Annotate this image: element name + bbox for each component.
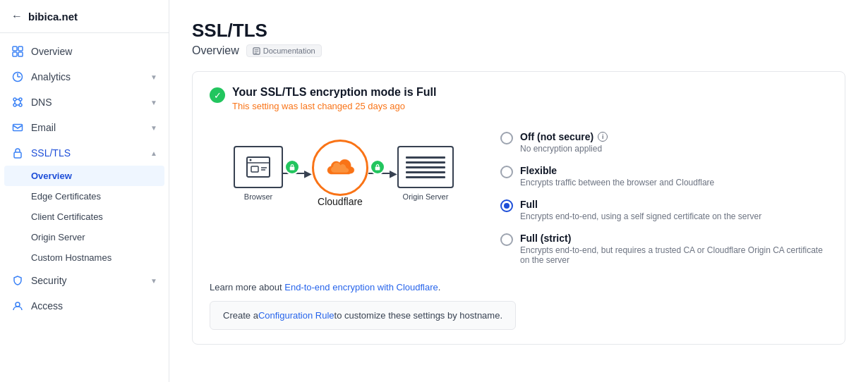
sidebar-item-dns[interactable]: DNS ▼ — [0, 90, 169, 115]
sidebar-sub-item-origin-server[interactable]: Origin Server — [0, 227, 169, 247]
sidebar-item-label-overview: Overview — [31, 46, 157, 57]
option-flexible-desc: Encrypts traffic between the browser and… — [520, 178, 714, 187]
option-full[interactable]: Full Encrypts end-to-end, using a self s… — [500, 199, 828, 221]
sidebar: ← bibica.net Overview Analytics ▼ DNS ▼ — [0, 0, 169, 382]
config-rule-box: Create a Configuration Rule to customize… — [210, 301, 516, 330]
site-name: bibica.net — [28, 11, 78, 23]
diagram-connector-1: ▶ — [283, 168, 312, 179]
sidebar-sub-label-overview: Overview — [31, 171, 72, 181]
svg-rect-26 — [290, 167, 295, 171]
content-area: Browser ▶ — [210, 125, 828, 265]
server-label: Origin Server — [403, 192, 449, 201]
server-line — [406, 171, 445, 173]
arrow-1: ▶ — [304, 168, 312, 179]
arrow-2: ▶ — [390, 168, 397, 179]
option-flexible-title: Flexible — [520, 165, 714, 176]
option-off[interactable]: Off (not secure) i No encryption applied — [500, 131, 828, 154]
server-lines — [400, 151, 451, 184]
option-full-strict-text: Full (strict) Encrypts end-to-end, but r… — [520, 233, 828, 265]
sidebar-sub-label-client: Client Certificates — [31, 211, 103, 222]
status-header: ✓ Your SSL/TLS encryption mode is Full T… — [210, 86, 828, 111]
page-subtitle-text: Overview — [192, 44, 239, 57]
option-full-desc: Encrypts end-to-end, using a self signed… — [520, 211, 761, 221]
content-wrapper: SSL/TLS Overview Documentation ✓ Your SS… — [169, 0, 868, 382]
sidebar-item-label-email: Email — [31, 122, 143, 133]
sidebar-sub-label-origin: Origin Server — [31, 232, 85, 242]
main-content: SSL/TLS Overview Documentation ✓ Your SS… — [169, 0, 868, 382]
sidebar-item-access[interactable]: Access — [0, 293, 169, 319]
option-off-title: Off (not secure) i — [520, 131, 608, 142]
status-title: Your SSL/TLS encryption mode is Full — [232, 86, 437, 99]
status-subtitle: This setting was last changed 25 days ag… — [232, 101, 437, 111]
diagram-area: Browser ▶ — [210, 125, 478, 221]
option-full-strict[interactable]: Full (strict) Encrypts end-to-end, but r… — [500, 233, 828, 265]
server-line — [406, 166, 445, 168]
grid-icon — [11, 45, 24, 58]
sidebar-sub-item-overview[interactable]: Overview — [4, 166, 164, 186]
svg-point-8 — [19, 104, 22, 106]
svg-rect-23 — [251, 166, 258, 172]
radio-full[interactable] — [500, 199, 513, 212]
svg-point-22 — [250, 159, 252, 161]
option-flexible[interactable]: Flexible Encrypts traffic between the br… — [500, 165, 828, 187]
lock-badge-2 — [370, 159, 385, 175]
sidebar-sub-item-custom-hostnames[interactable]: Custom Hostnames — [0, 247, 169, 268]
encryption-card: ✓ Your SSL/TLS encryption mode is Full T… — [192, 71, 845, 345]
shield-icon — [11, 274, 24, 287]
encryption-diagram: Browser ▶ — [234, 140, 454, 207]
config-rule-link[interactable]: Configuration Rule — [258, 310, 334, 321]
documentation-button[interactable]: Documentation — [246, 44, 322, 57]
cloudflare-label: Cloudflare — [318, 196, 363, 207]
svg-point-5 — [13, 98, 16, 101]
option-full-text: Full Encrypts end-to-end, using a self s… — [520, 199, 761, 221]
sidebar-item-label-ssl: SSL/TLS — [31, 147, 71, 159]
doc-button-label: Documentation — [263, 47, 315, 55]
svg-point-15 — [16, 302, 20, 307]
email-icon — [11, 121, 24, 134]
sidebar-item-overview[interactable]: Overview — [0, 39, 169, 64]
svg-rect-0 — [13, 47, 17, 51]
svg-point-6 — [19, 98, 22, 101]
chart-icon — [11, 70, 24, 83]
browser-box — [234, 146, 283, 188]
svg-rect-1 — [18, 47, 23, 51]
radio-flexible[interactable] — [500, 166, 513, 178]
page-title: SSL/TLS — [192, 20, 845, 42]
chevron-down-icon-email: ▼ — [150, 124, 157, 132]
sidebar-item-email[interactable]: Email ▼ — [0, 115, 169, 140]
dns-icon — [11, 96, 24, 109]
chevron-up-icon: ▲ — [150, 149, 157, 157]
chevron-down-icon-security: ▼ — [150, 277, 157, 285]
sidebar-sub-item-client-certs[interactable]: Client Certificates — [0, 207, 169, 227]
sidebar-item-label-security: Security — [31, 275, 143, 286]
page-subtitle-row: Overview Documentation — [192, 44, 845, 57]
end-to-end-link[interactable]: End-to-end encryption with Cloudflare — [284, 282, 438, 292]
option-full-strict-title: Full (strict) — [520, 233, 828, 244]
chevron-down-icon: ▼ — [150, 73, 157, 81]
radio-off[interactable] — [500, 132, 513, 144]
radio-full-strict[interactable] — [500, 233, 513, 246]
option-full-title: Full — [520, 199, 761, 210]
sidebar-item-security[interactable]: Security ▼ — [0, 268, 169, 293]
server-box — [397, 146, 454, 188]
status-info: Your SSL/TLS encryption mode is Full Thi… — [232, 86, 437, 111]
info-icon-off[interactable]: i — [598, 132, 608, 142]
option-off-text: Off (not secure) i No encryption applied — [520, 131, 608, 154]
server-line — [406, 156, 445, 159]
server-node: Origin Server — [397, 146, 454, 201]
sidebar-item-label-access: Access — [31, 300, 157, 312]
sidebar-sub-item-edge-certs[interactable]: Edge Certificates — [0, 186, 169, 207]
back-icon[interactable]: ← — [11, 10, 23, 23]
sidebar-nav: Overview Analytics ▼ DNS ▼ Email ▼ — [0, 33, 169, 382]
lock-badge-1 — [284, 159, 300, 175]
sidebar-item-label-analytics: Analytics — [31, 71, 143, 82]
sidebar-header: ← bibica.net — [0, 0, 169, 33]
sidebar-sub-label-custom: Custom Hostnames — [31, 252, 111, 263]
sidebar-item-ssl-tls[interactable]: SSL/TLS ▲ — [0, 140, 169, 166]
option-flexible-text: Flexible Encrypts traffic between the br… — [520, 165, 714, 187]
browser-node: Browser — [234, 146, 283, 201]
sidebar-item-analytics[interactable]: Analytics ▼ — [0, 64, 169, 90]
svg-rect-27 — [375, 167, 380, 171]
option-off-desc: No encryption applied — [520, 144, 608, 154]
chevron-down-icon-dns: ▼ — [150, 99, 157, 106]
